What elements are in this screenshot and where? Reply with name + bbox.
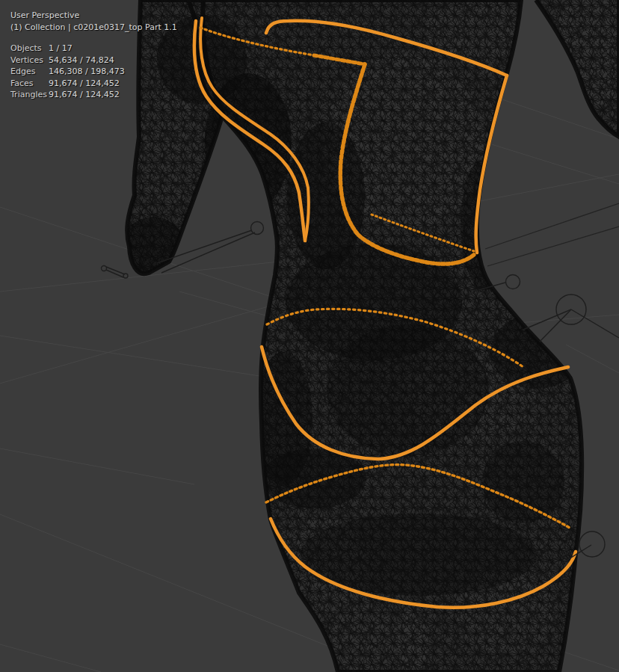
blender-viewport: User Perspective (1) Collection | c0201e… [0, 0, 619, 672]
viewport-3d-canvas[interactable] [0, 0, 619, 672]
